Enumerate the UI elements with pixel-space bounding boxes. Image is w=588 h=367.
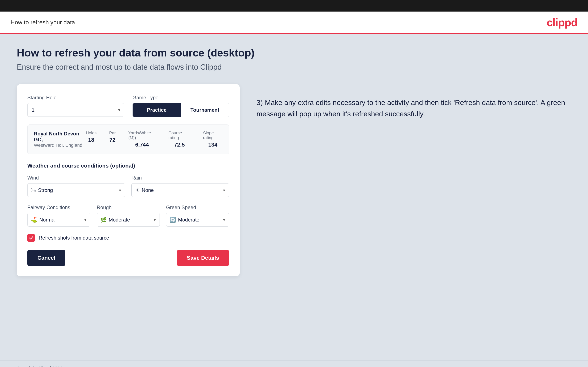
header-title: How to refresh your data	[10, 19, 75, 26]
rough-group: Rough 🌿 Moderate Light Heavy ▾	[97, 204, 160, 226]
rough-icon: 🌿	[100, 217, 107, 223]
par-value: 72	[109, 137, 115, 143]
yards-stat: Yards/White (M)) 6,744	[128, 131, 156, 148]
page-title: How to refresh your data from source (de…	[17, 47, 571, 59]
starting-hole-select[interactable]: 1 10	[27, 103, 124, 117]
fairway-icon: ⛳	[31, 217, 37, 223]
conditions-section-title: Weather and course conditions (optional)	[27, 163, 229, 169]
holes-label: Holes	[86, 131, 96, 135]
tournament-button[interactable]: Tournament	[181, 103, 229, 117]
wind-select-wrapper[interactable]: 🌬 Strong Calm Moderate ▾	[27, 183, 125, 197]
save-details-button[interactable]: Save Details	[177, 250, 229, 266]
form-card: Starting Hole 1 10 ▾ Game Type Practice …	[17, 84, 240, 276]
rough-label: Rough	[97, 204, 160, 210]
rain-select-wrapper[interactable]: ☀ None Light Heavy ▾	[131, 183, 229, 197]
wind-group: Wind 🌬 Strong Calm Moderate ▾	[27, 175, 125, 197]
practice-button[interactable]: Practice	[133, 103, 181, 117]
top-form-row: Starting Hole 1 10 ▾ Game Type Practice …	[27, 95, 229, 117]
game-type-group: Game Type Practice Tournament	[132, 95, 229, 117]
fairway-label: Fairway Conditions	[27, 204, 90, 210]
course-rating-value: 72.5	[174, 142, 185, 148]
green-speed-select[interactable]: Moderate Slow Fast	[176, 213, 225, 226]
course-name-group: Royal North Devon GC, Westward Ho!, Engl…	[34, 131, 86, 148]
green-speed-select-wrapper[interactable]: 🔄 Moderate Slow Fast ▾	[166, 213, 229, 226]
course-stats: Holes 18 Par 72 Yards/White (M)) 6,744 C…	[86, 131, 223, 148]
top-bar	[0, 0, 588, 12]
refresh-checkbox-label: Refresh shots from data source	[39, 235, 109, 241]
green-speed-label: Green Speed	[166, 204, 229, 210]
instruction-text: 3) Make any extra edits necessary to the…	[257, 97, 571, 120]
slope-rating-stat: Slope rating 134	[203, 131, 223, 148]
refresh-checkbox-row: Refresh shots from data source	[27, 234, 229, 242]
starting-hole-select-wrapper[interactable]: 1 10 ▾	[27, 103, 124, 117]
conditions-row3: Fairway Conditions ⛳ Normal Firm Soft ▾ …	[27, 204, 229, 226]
holes-value: 18	[88, 137, 94, 143]
course-name: Royal North Devon GC,	[34, 131, 86, 142]
right-content: 3) Make any extra edits necessary to the…	[257, 84, 571, 120]
wind-label: Wind	[27, 175, 125, 181]
footer-text: Copyright Clippd 2022	[17, 366, 63, 367]
refresh-checkbox[interactable]	[27, 234, 35, 242]
yards-label: Yards/White (M))	[128, 131, 156, 140]
par-stat: Par 72	[109, 131, 116, 148]
course-rating-stat: Course rating 72.5	[168, 131, 190, 148]
slope-rating-label: Slope rating	[203, 131, 223, 140]
course-rating-label: Course rating	[168, 131, 190, 140]
starting-hole-group: Starting Hole 1 10 ▾	[27, 95, 124, 117]
rain-group: Rain ☀ None Light Heavy ▾	[131, 175, 229, 197]
checkmark-icon	[29, 236, 34, 240]
header: How to refresh your data clippd	[0, 12, 588, 34]
page-subtitle: Ensure the correct and most up to date d…	[17, 63, 571, 72]
main-content: How to refresh your data from source (de…	[0, 34, 588, 360]
green-speed-icon: 🔄	[170, 217, 176, 223]
game-type-toggle: Practice Tournament	[132, 103, 229, 117]
yards-value: 6,744	[135, 142, 149, 148]
game-type-label: Game Type	[132, 95, 229, 100]
logo: clippd	[547, 16, 578, 29]
footer: Copyright Clippd 2022	[0, 360, 588, 367]
wind-icon: 🌬	[31, 187, 36, 193]
rain-icon: ☀	[135, 187, 140, 193]
cancel-button[interactable]: Cancel	[27, 250, 65, 266]
fairway-group: Fairway Conditions ⛳ Normal Firm Soft ▾	[27, 204, 90, 226]
par-label: Par	[109, 131, 116, 135]
rain-select[interactable]: None Light Heavy	[140, 184, 225, 197]
starting-hole-label: Starting Hole	[27, 95, 124, 100]
content-area: Starting Hole 1 10 ▾ Game Type Practice …	[17, 84, 571, 276]
wind-select[interactable]: Strong Calm Moderate	[36, 184, 121, 197]
rain-label: Rain	[131, 175, 229, 181]
slope-rating-value: 134	[208, 142, 217, 148]
green-speed-group: Green Speed 🔄 Moderate Slow Fast ▾	[166, 204, 229, 226]
course-info-row: Royal North Devon GC, Westward Ho!, Engl…	[27, 125, 229, 154]
course-location: Westward Ho!, England	[34, 142, 86, 148]
fairway-select[interactable]: Normal Firm Soft	[37, 213, 87, 226]
rough-select[interactable]: Moderate Light Heavy	[107, 213, 156, 226]
fairway-select-wrapper[interactable]: ⛳ Normal Firm Soft ▾	[27, 213, 90, 226]
button-row: Cancel Save Details	[27, 250, 229, 266]
holes-stat: Holes 18	[86, 131, 96, 148]
rough-select-wrapper[interactable]: 🌿 Moderate Light Heavy ▾	[97, 213, 160, 226]
wind-rain-row: Wind 🌬 Strong Calm Moderate ▾ Rain	[27, 175, 229, 197]
